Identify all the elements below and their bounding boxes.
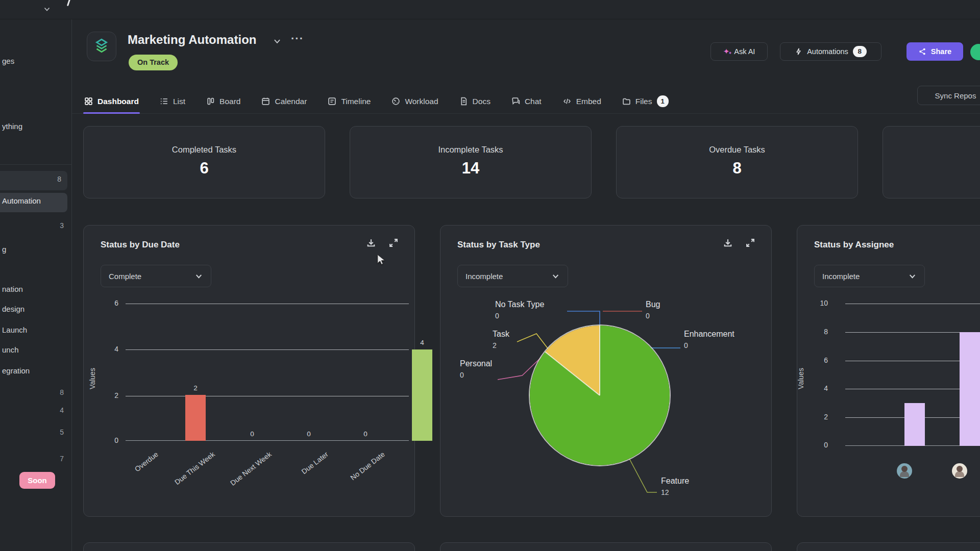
sidebar-item[interactable]: 4 [0,404,72,416]
sidebar-item[interactable]: design [0,303,72,315]
sidebar: ges ything 8 Automation 3 g nation desig… [0,19,72,551]
board-icon [206,97,215,106]
files-count-badge: 1 [657,95,669,107]
sidebar-item[interactable]: g [0,243,72,256]
tab-files[interactable]: Files 1 [621,89,670,113]
sidebar-item[interactable]: 8 [0,386,72,398]
tab-chat[interactable]: Chat [510,89,543,113]
sidebar-item-automation[interactable]: Automation [0,193,67,212]
share-button[interactable]: Share [906,42,963,61]
dashboard-icon [84,97,93,106]
chart-card-assignee: Status by Assignee Incomplete Values 10 … [797,225,980,517]
mouse-cursor [376,254,386,265]
ask-ai-button[interactable]: ✦✦ Ask AI [710,42,768,61]
bar-due-next-week: 0 [299,304,319,441]
pie-divider [545,352,600,396]
stat-card-cutoff [883,126,980,198]
x-tick-label: Due Later [280,450,330,492]
workload-icon [391,97,400,106]
due-date-bar-plot: 2 0 0 0 4 [126,304,409,441]
stat-value: 14 [350,159,591,178]
sidebar-item[interactable]: ges [0,55,72,67]
sidebar-item[interactable]: 8 [0,171,67,190]
bar-assignee-1 [904,304,925,446]
top-bar [0,0,980,19]
pie-label-enhancement: Enhancement 0 [684,330,734,349]
pie-label-bug: Bug 0 [646,300,660,320]
chart-card-partial [440,542,772,551]
assignee-avatar [897,463,912,479]
tab-calendar[interactable]: Calendar [260,89,308,113]
y-tick: 4 [102,345,118,353]
y-axis-label: Values [797,368,805,389]
sync-repos-button[interactable]: Sync Repos [917,86,980,105]
stat-card-incomplete: Incomplete Tasks 14 [350,126,592,198]
status-badge[interactable]: On Track [129,55,178,70]
bar-assignee-2 [960,304,980,446]
sidebar-item[interactable]: egration [0,365,72,377]
sidebar-item[interactable]: unch [0,344,72,356]
embed-icon [562,97,572,106]
stat-label: Completed Tasks [84,145,325,155]
stat-label: Overdue Tasks [617,145,857,155]
tab-workload[interactable]: Workload [390,89,439,113]
stat-label: Incomplete Tasks [350,145,591,155]
y-tick: 4 [812,384,828,392]
workspace-icon-tile[interactable] [87,32,116,61]
chart-card-due-date: Status by Due Date Complete Values 6 4 2… [83,225,415,517]
sidebar-item[interactable]: 5 [0,426,72,438]
pie-label-no-task-type: No Task Type 0 [495,300,544,320]
y-tick: 0 [102,436,118,444]
tab-docs[interactable]: Docs [458,89,492,113]
more-options-icon[interactable]: ··· [291,32,304,45]
x-tick-label: Overdue [110,450,160,492]
status-filter-dropdown[interactable]: Complete [101,265,211,287]
chevron-down-icon[interactable] [43,5,51,15]
calendar-icon [261,97,270,106]
y-tick: 6 [812,356,828,364]
tab-embed[interactable]: Embed [561,89,602,113]
x-tick-label: No Due Date [336,450,386,492]
y-tick: 2 [812,413,828,421]
chart-title: Status by Assignee [814,240,894,250]
x-tick-label: Due Next Week [223,450,273,492]
automations-button[interactable]: Automations 8 [780,42,881,61]
timeline-icon [328,97,336,106]
presence-avatar[interactable] [970,44,980,60]
tab-list[interactable]: List [159,89,186,113]
logo-fragment [67,0,70,6]
stat-card-overdue: Overdue Tasks 8 [616,126,858,198]
tab-timeline[interactable]: Timeline [327,89,372,113]
pie-label-task: Task 2 [493,330,509,349]
list-icon [160,97,168,106]
download-icon[interactable] [366,238,376,248]
pie-label-feature: Feature 12 [661,477,689,496]
share-icon [918,47,926,56]
bar-due-this-week: 0 [242,304,262,441]
sidebar-item[interactable]: ything [0,120,72,133]
bar-overdue: 2 [185,304,206,441]
chart-card-partial [797,542,980,551]
page-title: Marketing Automation [128,33,256,47]
stat-card-completed: Completed Tasks 6 [83,126,325,198]
sidebar-item[interactable]: 3 [0,219,72,232]
y-tick: 6 [102,299,118,307]
sidebar-divider [0,164,72,165]
tab-dashboard[interactable]: Dashboard [83,89,140,113]
expand-icon[interactable] [388,238,399,248]
status-filter-dropdown[interactable]: Incomplete [814,265,925,287]
y-tick: 0 [812,441,828,449]
bar-due-later: 0 [355,304,376,441]
assignee-bar-plot [845,304,980,446]
sidebar-item[interactable]: nation [0,283,72,295]
tab-board[interactable]: Board [205,89,241,113]
pie-divider [599,325,600,395]
chevron-down-icon [908,272,917,281]
y-tick: 8 [812,328,828,336]
sidebar-item[interactable]: 7 [0,453,72,465]
y-tick: 2 [102,391,118,399]
sidebar-item[interactable]: Launch [0,324,72,336]
x-tick-label: Due This Week [166,450,216,492]
chart-card-task-type: Status by Task Type Incomplete No Task T… [440,225,772,517]
title-chevron-down-icon[interactable] [273,37,282,48]
